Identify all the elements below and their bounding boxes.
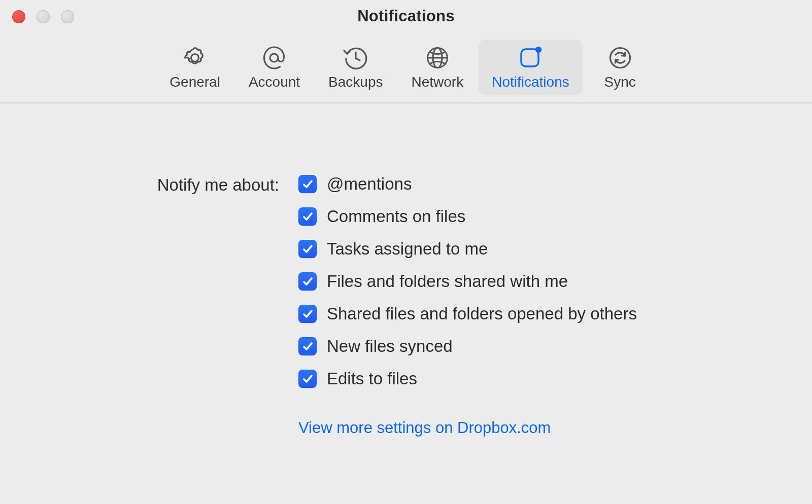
sync-icon [607,45,633,71]
notification-icon [517,45,544,71]
tab-sync[interactable]: Sync [585,40,656,95]
check-icon [302,178,313,190]
window-minimize-button[interactable] [37,10,50,23]
content-area: Notify me about: @mentions Comments on f… [0,103,812,437]
section-label: Notify me about: [30,174,279,195]
check-icon [302,211,313,222]
tab-general[interactable]: General [156,40,233,95]
option-label: Comments on files [327,207,465,226]
svg-rect-5 [521,49,538,66]
preferences-window: Notifications General [0,0,812,504]
svg-point-0 [191,54,199,62]
tab-label: Account [249,74,300,90]
tab-notifications[interactable]: Notifications [479,40,583,95]
tab-label: General [170,74,220,90]
checkbox[interactable] [298,370,317,388]
tab-account[interactable]: Account [235,40,313,95]
option-opened-by-others[interactable]: Shared files and folders opened by other… [298,304,637,323]
titlebar: Notifications [0,0,812,32]
check-icon [302,373,313,384]
tab-label: Backups [328,74,383,90]
checkbox[interactable] [298,305,317,323]
option-mentions[interactable]: @mentions [298,174,637,194]
option-label: Tasks assigned to me [327,239,488,259]
checkbox[interactable] [298,240,317,258]
checkbox[interactable] [298,175,317,193]
tab-label: Network [411,74,463,90]
tab-label: Sync [604,74,636,90]
tab-network[interactable]: Network [398,40,477,95]
option-label: Shared files and folders opened by other… [327,304,637,323]
svg-point-7 [610,48,630,68]
option-comments[interactable]: Comments on files [298,207,637,226]
check-icon [302,341,313,352]
svg-point-6 [535,47,542,53]
option-tasks[interactable]: Tasks assigned to me [298,239,637,259]
checkbox[interactable] [298,272,317,291]
option-label: New files synced [327,337,453,356]
option-new-synced[interactable]: New files synced [298,337,637,356]
globe-icon [424,45,451,71]
tab-label: Notifications [492,74,569,90]
check-icon [302,308,313,319]
window-title: Notifications [0,7,812,25]
traffic-lights [12,10,74,23]
at-icon [261,45,287,71]
window-close-button[interactable] [12,10,25,23]
option-label: Files and folders shared with me [327,272,568,291]
option-shared-with-me[interactable]: Files and folders shared with me [298,272,637,291]
check-icon [302,276,313,287]
gear-icon [182,45,208,71]
check-icon [302,243,313,255]
notify-section: Notify me about: @mentions Comments on f… [30,174,782,437]
option-edits[interactable]: Edits to files [298,369,637,388]
option-label: @mentions [327,174,412,194]
checkbox[interactable] [298,337,317,355]
preferences-toolbar: General Account [0,32,812,102]
options-list: @mentions Comments on files Tasks assign… [298,174,637,437]
checkbox[interactable] [298,207,317,226]
window-zoom-button[interactable] [61,10,74,23]
option-label: Edits to files [327,369,417,388]
svg-point-1 [270,54,278,62]
tab-backups[interactable]: Backups [315,40,396,95]
more-settings-link[interactable]: View more settings on Dropbox.com [298,419,637,437]
history-icon [343,45,369,71]
